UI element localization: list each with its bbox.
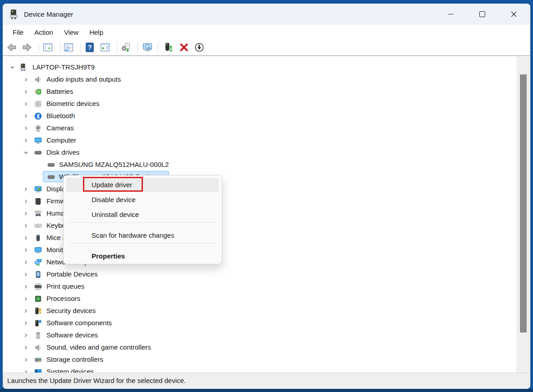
- menu-file[interactable]: File: [7, 27, 29, 38]
- close-icon: [511, 11, 517, 17]
- tree-item-system-devices[interactable]: System devices: [3, 366, 516, 373]
- tree-item-laptop-trsjh9t9[interactable]: LAPTOP-TRSJH9T9: [3, 61, 516, 74]
- tree-item-security-devices[interactable]: Security devices: [3, 305, 516, 317]
- network-icon: [34, 258, 42, 266]
- tree-item-storage-controllers[interactable]: Storage controllers: [3, 354, 516, 366]
- tree-item-label: Computer: [46, 136, 76, 144]
- toolbar-separator: [39, 42, 39, 53]
- tree-item-label: Storage controllers: [46, 355, 103, 363]
- maximize-button[interactable]: [466, 5, 498, 24]
- tree-item-biometric-devices[interactable]: Biometric devices: [3, 98, 516, 110]
- tree-item-label: Print queues: [46, 282, 84, 290]
- chevron-right-icon[interactable]: [23, 101, 29, 107]
- tree-item-cameras[interactable]: Cameras: [3, 122, 516, 134]
- tree-item-print-queues[interactable]: Print queues: [3, 281, 516, 293]
- tree-item-bluetooth[interactable]: Bluetooth: [3, 110, 516, 122]
- update-driver-software-button[interactable]: [119, 41, 132, 54]
- maximize-icon: [479, 11, 485, 17]
- scrollbar-thumb[interactable]: [520, 74, 527, 332]
- hid-icon: [34, 210, 42, 217]
- chevron-right-icon[interactable]: [23, 222, 29, 229]
- chevron-right-icon[interactable]: [23, 76, 29, 83]
- tree-item-label: Portable Devices: [46, 270, 97, 278]
- uninstall-device-button[interactable]: [178, 41, 190, 54]
- menu-view[interactable]: View: [59, 27, 84, 38]
- tree-item-portable-devices[interactable]: Portable Devices: [3, 268, 516, 281]
- chevron-right-icon[interactable]: [23, 320, 29, 327]
- chevron-right-icon[interactable]: [23, 344, 29, 351]
- chevron-right-icon[interactable]: [23, 247, 29, 254]
- chevron-right-icon[interactable]: [23, 356, 29, 363]
- tree-item-disk-drives[interactable]: Disk drives: [3, 147, 516, 159]
- annotation-red-box: [83, 177, 143, 192]
- battery-icon: [34, 88, 42, 96]
- menu-action[interactable]: Action: [29, 27, 59, 38]
- chevron-right-icon[interactable]: [23, 137, 29, 144]
- device-manager-window: Device Manager FileActionViewHelp LAPTOP…: [3, 4, 530, 389]
- toolbar-separator: [158, 42, 158, 53]
- scan-for-hardware-changes-button[interactable]: [141, 41, 154, 54]
- chevron-right-icon[interactable]: [23, 259, 29, 266]
- help-button[interactable]: [83, 41, 96, 54]
- keyboard-icon: [34, 222, 42, 230]
- system-icon: [34, 368, 42, 373]
- chevron-right-icon[interactable]: [23, 283, 29, 290]
- menu-help[interactable]: Help: [84, 27, 109, 38]
- tree-item-software-components[interactable]: Software components: [3, 317, 516, 329]
- menu-separator: [68, 222, 217, 223]
- minimize-button[interactable]: [435, 5, 466, 24]
- chevron-right-icon[interactable]: [23, 332, 29, 339]
- chevron-right-icon[interactable]: [23, 295, 29, 302]
- context-menu-item-properties[interactable]: Properties: [66, 249, 219, 263]
- disk-icon: [47, 173, 55, 181]
- vertical-scrollbar[interactable]: [516, 56, 530, 373]
- tree-item-label: Audio inputs and outputs: [46, 75, 121, 83]
- tree-item-label: Disk drives: [46, 148, 79, 156]
- tree-item-processors[interactable]: Processors: [3, 293, 516, 305]
- chevron-right-icon[interactable]: [23, 88, 29, 95]
- tree-item-software-devices[interactable]: Software devices: [3, 329, 516, 341]
- chevron-right-icon[interactable]: [23, 271, 29, 278]
- show-console-tree-button[interactable]: [41, 41, 54, 54]
- tree-item-label: Software components: [46, 319, 112, 327]
- tree-item-sound-video-and-game-controllers[interactable]: Sound, video and game controllers: [3, 341, 516, 354]
- properties-button[interactable]: [62, 41, 75, 54]
- portable-icon: [34, 271, 42, 278]
- forward-button[interactable]: [21, 41, 33, 54]
- chevron-down-icon[interactable]: [23, 149, 29, 156]
- tree-item-samsung-mzalq512halu-000l2[interactable]: SAMSUNG MZALQ512HALU-000L2: [3, 159, 516, 171]
- update-driver-button[interactable]: [163, 41, 175, 54]
- chevron-down-icon[interactable]: [9, 64, 16, 71]
- disable-device-button[interactable]: [193, 41, 206, 54]
- close-button[interactable]: [498, 5, 529, 24]
- chevron-right-icon[interactable]: [23, 235, 29, 241]
- back-button[interactable]: [5, 41, 18, 54]
- printer-icon: [34, 283, 42, 291]
- window-controls: [435, 4, 529, 25]
- tree-item-label: Security devices: [46, 307, 96, 314]
- processor-icon: [34, 295, 42, 303]
- menu-separator: [68, 243, 217, 244]
- chevron-right-icon[interactable]: [23, 210, 29, 217]
- context-menu-item-uninstall-device[interactable]: Uninstall device: [66, 208, 219, 221]
- show-action-pane-button[interactable]: [99, 41, 111, 54]
- software-devices-icon: [34, 332, 42, 339]
- chevron-right-icon[interactable]: [23, 186, 29, 193]
- chevron-right-icon[interactable]: [23, 113, 29, 120]
- context-menu-item-disable-device[interactable]: Disable device: [66, 193, 219, 207]
- chevron-right-icon[interactable]: [23, 125, 29, 132]
- chevron-right-icon[interactable]: [23, 308, 29, 314]
- tree-item-label: Biometric devices: [46, 100, 100, 107]
- show-action-pane-icon: [100, 42, 110, 52]
- tree-item-batteries[interactable]: Batteries: [3, 86, 516, 98]
- software-components-icon: [34, 319, 42, 327]
- disk-icon: [47, 161, 55, 169]
- context-menu-item-scan-for-hardware-changes[interactable]: Scan for hardware changes: [66, 228, 219, 242]
- title-bar: Device Manager: [3, 4, 530, 25]
- tree-item-computer[interactable]: Computer: [3, 134, 516, 147]
- chevron-right-icon[interactable]: [23, 198, 29, 205]
- chevron-right-icon[interactable]: [23, 369, 29, 373]
- tree-item-audio-inputs-and-outputs[interactable]: Audio inputs and outputs: [3, 74, 516, 86]
- bluetooth-icon: [34, 112, 42, 120]
- firmware-icon: [34, 198, 42, 205]
